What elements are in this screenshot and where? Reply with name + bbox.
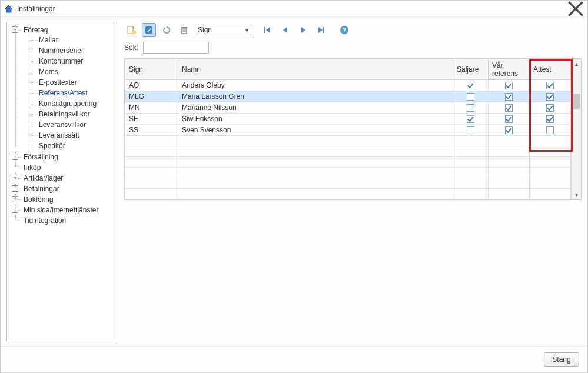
scroll-thumb[interactable]: [573, 94, 580, 109]
table-row-empty: [125, 136, 571, 146]
vertical-scrollbar[interactable]: ▴ ▾: [571, 59, 581, 199]
cell-sign: MN: [125, 102, 178, 114]
window-body: −FöretagMallarNummerserierKontonummerMom…: [1, 17, 587, 346]
tree-node[interactable]: E-posttexter: [39, 78, 77, 86]
window-title: Inställningar: [17, 5, 567, 13]
edit-record-button[interactable]: [142, 23, 156, 37]
tree-node[interactable]: Mallar: [39, 36, 58, 44]
tree-toggle[interactable]: +: [12, 154, 18, 160]
cell-namn: Anders Oleby: [178, 80, 453, 91]
checkbox-cell[interactable]: [492, 82, 526, 89]
table-row[interactable]: MLGMaria Larsson Gren: [125, 91, 571, 102]
svg-rect-10: [264, 27, 265, 33]
delete-button[interactable]: [177, 23, 191, 37]
svg-rect-6: [181, 27, 187, 28]
close-button[interactable]: Stäng: [544, 352, 579, 367]
tree-toggle[interactable]: −: [12, 26, 18, 33]
tree-node[interactable]: Min sida/internettjänster: [24, 206, 98, 214]
checkbox-cell[interactable]: [492, 104, 526, 112]
help-button[interactable]: ?: [337, 23, 351, 37]
scroll-down-icon[interactable]: ▾: [572, 189, 581, 199]
search-label: Sök:: [124, 44, 138, 52]
tree-node[interactable]: Bokföring: [24, 195, 54, 204]
table-row[interactable]: MNMarianne Nilsson: [125, 102, 571, 114]
tree-node[interactable]: Betalningar: [24, 185, 59, 193]
new-record-button[interactable]: [124, 23, 138, 37]
tree-toggle[interactable]: +: [12, 175, 18, 181]
checkbox-cell[interactable]: [533, 115, 567, 123]
tree-node[interactable]: Försäljning: [24, 153, 58, 161]
tree-node[interactable]: Kontonummer: [39, 57, 83, 65]
settings-tree: −FöretagMallarNummerserierKontonummerMom…: [6, 22, 117, 341]
tree-node[interactable]: Referens/Attest: [39, 89, 88, 97]
settings-window: Inställningar −FöretagMallarNummerserier…: [0, 0, 588, 373]
col-saljare[interactable]: Säljare: [453, 59, 489, 80]
table-row-empty: [125, 168, 571, 178]
checkbox-cell[interactable]: [457, 82, 484, 89]
svg-rect-11: [323, 27, 324, 33]
tree-node[interactable]: Artiklar/lager: [24, 174, 63, 182]
dialog-footer: Stäng: [1, 346, 587, 372]
table-row[interactable]: SESiw Eriksson: [125, 114, 571, 125]
next-record-button[interactable]: [296, 23, 310, 37]
tree-toggle[interactable]: +: [12, 196, 18, 202]
tree-node[interactable]: Nummerserier: [39, 46, 84, 55]
search-row: Sök:: [124, 42, 582, 58]
cell-sign: SS: [125, 125, 178, 136]
close-button-label: Stäng: [552, 355, 570, 364]
tree-node[interactable]: Kontaktgruppering: [39, 99, 97, 108]
prev-record-button[interactable]: [278, 23, 293, 37]
table-row-empty: [125, 157, 571, 168]
checkbox-cell[interactable]: [457, 104, 484, 112]
last-record-button[interactable]: [314, 23, 328, 37]
checkbox-cell[interactable]: [533, 82, 567, 89]
checkbox-cell[interactable]: [492, 115, 526, 123]
reference-table: Sign Namn Säljare Vår referens Attest AO…: [125, 59, 571, 199]
dropdown-arrow-icon: ▾: [245, 27, 248, 34]
table-row[interactable]: SSSven Svensson: [125, 125, 571, 136]
titlebar: Inställningar: [1, 1, 587, 17]
first-record-button[interactable]: [261, 23, 275, 37]
cell-namn: Siw Eriksson: [178, 114, 453, 125]
table-row-empty: [125, 178, 571, 189]
tree-node[interactable]: Tidintegration: [24, 217, 66, 225]
tree-node[interactable]: Inköp: [24, 164, 41, 172]
search-input[interactable]: [143, 42, 209, 54]
svg-point-3: [132, 31, 135, 34]
tree-node[interactable]: Leveransvillkor: [39, 121, 86, 129]
checkbox-cell[interactable]: [457, 126, 484, 134]
checkbox-cell[interactable]: [492, 126, 526, 134]
sort-select-value: Sign: [198, 26, 212, 34]
checkbox-cell[interactable]: [533, 126, 567, 134]
cell-namn: Marianne Nilsson: [178, 102, 453, 114]
scroll-up-icon[interactable]: ▴: [572, 59, 581, 69]
tree-node[interactable]: Moms: [39, 68, 58, 76]
checkbox-cell[interactable]: [492, 93, 526, 101]
col-varreferens[interactable]: Vår referens: [489, 59, 530, 80]
toolbar: Sign ▾ ?: [124, 22, 582, 42]
refresh-button[interactable]: [160, 23, 174, 37]
tree-node-foretag[interactable]: Företag: [24, 26, 48, 34]
grid-container: Sign Namn Säljare Vår referens Attest AO…: [124, 58, 582, 200]
checkbox-cell[interactable]: [457, 115, 484, 123]
checkbox-cell[interactable]: [457, 93, 484, 101]
table-row-empty: [125, 189, 571, 199]
col-sign[interactable]: Sign: [125, 59, 178, 80]
tree-node[interactable]: Betalningsvillkor: [39, 110, 90, 118]
cell-namn: Maria Larsson Gren: [178, 91, 453, 102]
sort-select[interactable]: Sign ▾: [195, 24, 251, 36]
checkbox-cell[interactable]: [533, 93, 567, 101]
checkbox-cell[interactable]: [533, 104, 567, 112]
col-attest[interactable]: Attest: [530, 59, 571, 80]
table-row[interactable]: AOAnders Oleby: [125, 80, 571, 91]
tree-toggle[interactable]: +: [12, 207, 18, 213]
cell-namn: Sven Svensson: [178, 125, 453, 136]
tree-node[interactable]: Speditör: [39, 142, 65, 150]
main-panel: Sign ▾ ?: [124, 22, 582, 341]
app-icon: [4, 4, 14, 14]
tree-node[interactable]: Leveranssätt: [39, 131, 79, 139]
tree-toggle[interactable]: +: [12, 185, 18, 192]
col-namn[interactable]: Namn: [178, 59, 453, 80]
window-close-button[interactable]: [567, 3, 584, 15]
cell-sign: SE: [125, 114, 178, 125]
